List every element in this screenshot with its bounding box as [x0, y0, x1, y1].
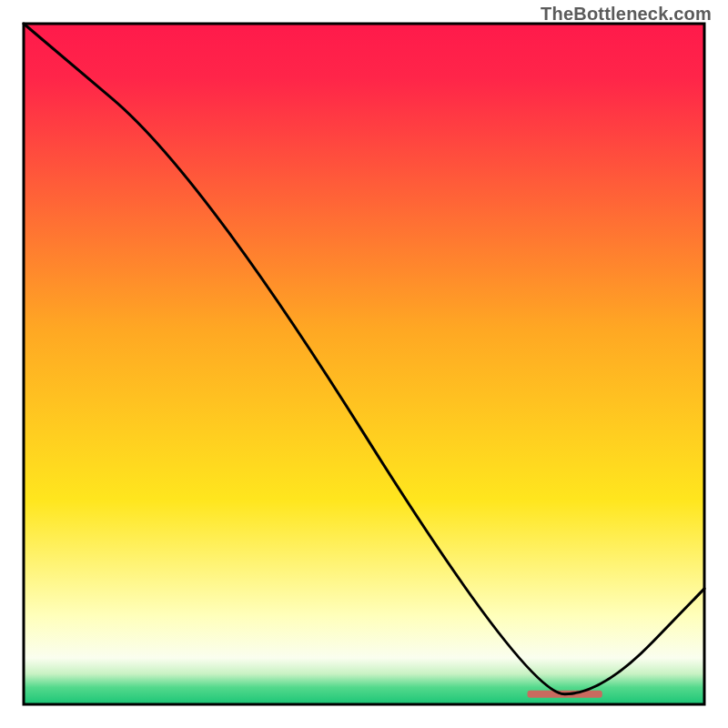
bottleneck-chart	[0, 0, 728, 728]
watermark-text: TheBottleneck.com	[541, 4, 712, 25]
plot-background	[24, 24, 704, 704]
chart-container: TheBottleneck.com	[0, 0, 728, 728]
